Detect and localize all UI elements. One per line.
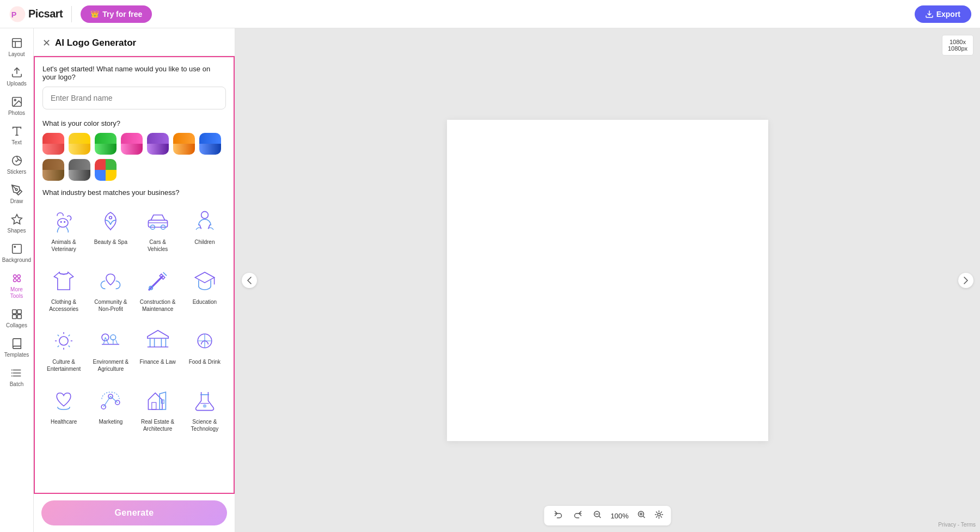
industry-beauty[interactable]: Beauty & Spa xyxy=(89,202,132,258)
industry-construction-label: Construction & Maintenance xyxy=(139,298,176,313)
undo-button[interactable] xyxy=(552,509,565,522)
zoom-in-icon xyxy=(638,510,646,519)
industry-construction[interactable]: Construction & Maintenance xyxy=(137,262,179,317)
header: P Picsart 👑 Try for free Export xyxy=(0,0,980,28)
sidebar-item-photos[interactable]: Photos xyxy=(2,91,32,120)
redo-button[interactable] xyxy=(571,509,584,522)
sidebar-item-templates-label: Templates xyxy=(4,352,29,358)
sidebar-item-uploads[interactable]: Uploads xyxy=(2,62,32,90)
industry-healthcare[interactable]: Healthcare xyxy=(42,382,85,437)
color-swatch-green[interactable] xyxy=(95,133,117,155)
industry-animals[interactable]: Animals & Veterinary xyxy=(42,202,85,258)
real-estate-icon xyxy=(144,387,172,415)
industry-finance[interactable]: Finance & Law xyxy=(137,322,179,377)
canvas-prev-button[interactable] xyxy=(242,273,257,288)
color-swatch-brown[interactable] xyxy=(42,159,64,181)
zoom-out-button[interactable] xyxy=(591,509,604,522)
sidebar-item-uploads-label: Uploads xyxy=(7,81,27,87)
environment-icon xyxy=(96,327,125,355)
try-for-free-button[interactable]: 👑 Try for free xyxy=(81,5,152,23)
redo-icon xyxy=(573,510,582,519)
sidebar-item-text[interactable]: Text xyxy=(2,121,32,149)
color-question: What is your color story? xyxy=(42,119,226,127)
settings-icon xyxy=(655,510,664,519)
industry-real-estate-label: Real Estate & Architecture xyxy=(139,418,176,432)
sidebar-item-layout-label: Layout xyxy=(8,51,24,58)
crown-icon: 👑 xyxy=(90,10,99,18)
sidebar-item-shapes[interactable]: Shapes xyxy=(2,209,32,237)
industry-healthcare-label: Healthcare xyxy=(51,418,77,425)
sidebar-item-draw[interactable]: Draw xyxy=(2,180,32,208)
industry-clothing-label: Clothing & Accessories xyxy=(45,298,82,313)
svg-point-16 xyxy=(17,275,20,278)
svg-rect-49 xyxy=(151,402,156,409)
svg-point-34 xyxy=(201,211,208,218)
cars-icon xyxy=(144,207,172,235)
industry-marketing-label: Marketing xyxy=(99,418,122,425)
generate-button[interactable]: Generate xyxy=(41,500,227,525)
construction-icon xyxy=(144,267,172,295)
templates-icon xyxy=(11,338,23,350)
export-icon xyxy=(926,10,933,18)
svg-point-37 xyxy=(59,337,68,345)
close-button[interactable]: ✕ xyxy=(42,37,51,49)
sidebar-item-background[interactable]: Background xyxy=(2,239,32,267)
color-swatch-red[interactable] xyxy=(42,133,64,155)
zoom-value: 100% xyxy=(610,512,628,520)
sidebar-item-collages[interactable]: Collages xyxy=(2,304,32,332)
layout-icon xyxy=(11,37,23,49)
canvas-next-button[interactable] xyxy=(958,273,973,288)
sidebar-nav: Layout Uploads Photos Text Stickers Draw… xyxy=(0,28,34,532)
sidebar-item-photos-label: Photos xyxy=(8,110,25,117)
industry-food[interactable]: Food & Drink xyxy=(183,322,226,377)
culture-icon xyxy=(50,327,78,355)
sidebar-item-shapes-label: Shapes xyxy=(8,228,26,234)
svg-rect-22 xyxy=(17,315,21,319)
animals-icon xyxy=(50,207,78,235)
industry-environment[interactable]: Environment & Agriculture xyxy=(89,322,132,377)
undo-icon xyxy=(554,510,562,519)
recaptcha-badge: Privacy - Terms xyxy=(938,522,976,528)
industry-cars[interactable]: Cars & Vehicles xyxy=(137,202,179,258)
sidebar-item-templates[interactable]: Templates xyxy=(2,333,32,362)
size-indicator: 1080x 1080px xyxy=(942,35,973,56)
industry-children[interactable]: Children xyxy=(183,202,226,258)
color-swatch-orange[interactable] xyxy=(173,133,195,155)
industry-children-label: Children xyxy=(194,239,215,246)
industry-real-estate[interactable]: Real Estate & Architecture xyxy=(137,382,179,437)
color-swatch-pink[interactable] xyxy=(121,133,143,155)
color-swatch-multi[interactable] xyxy=(95,159,117,181)
color-swatch-yellow[interactable] xyxy=(69,133,90,155)
industry-culture[interactable]: Culture & Entertainment xyxy=(42,322,85,377)
settings-button[interactable] xyxy=(655,510,664,521)
bottom-toolbar: 100% xyxy=(544,506,671,525)
panel-header: ✕ AI Logo Generator xyxy=(34,28,235,56)
color-swatch-blue[interactable] xyxy=(199,133,221,155)
panel-inner: Let's get started! What name would you l… xyxy=(34,56,235,494)
export-button[interactable]: Export xyxy=(915,5,971,23)
industry-community-label: Community & Non-Profit xyxy=(92,298,129,313)
sidebar-item-background-label: Background xyxy=(2,257,31,264)
community-icon xyxy=(96,267,125,295)
sidebar-item-layout[interactable]: Layout xyxy=(2,33,32,61)
svg-point-26 xyxy=(58,218,68,227)
sidebar-item-stickers[interactable]: Stickers xyxy=(2,150,32,179)
color-swatch-gray[interactable] xyxy=(69,159,90,181)
svg-marker-12 xyxy=(11,215,21,224)
svg-point-38 xyxy=(102,334,109,341)
brand-name-input[interactable] xyxy=(42,87,226,109)
sidebar-item-more-tools[interactable]: More Tools xyxy=(2,268,32,303)
industry-education[interactable]: Education xyxy=(183,262,226,317)
color-swatch-purple[interactable] xyxy=(147,133,169,155)
try-btn-label: Try for free xyxy=(102,10,142,19)
industry-community[interactable]: Community & Non-Profit xyxy=(89,262,132,317)
picsart-logo-icon: P xyxy=(9,5,26,23)
finance-icon xyxy=(144,327,172,355)
header-divider xyxy=(71,6,72,22)
sidebar-item-batch[interactable]: Batch xyxy=(2,363,32,391)
industry-clothing[interactable]: Clothing & Accessories xyxy=(42,262,85,317)
industry-marketing[interactable]: Marketing xyxy=(89,382,132,437)
zoom-in-button[interactable] xyxy=(635,509,648,522)
industry-science[interactable]: Science & Technology xyxy=(183,382,226,437)
photo-icon xyxy=(11,96,23,108)
